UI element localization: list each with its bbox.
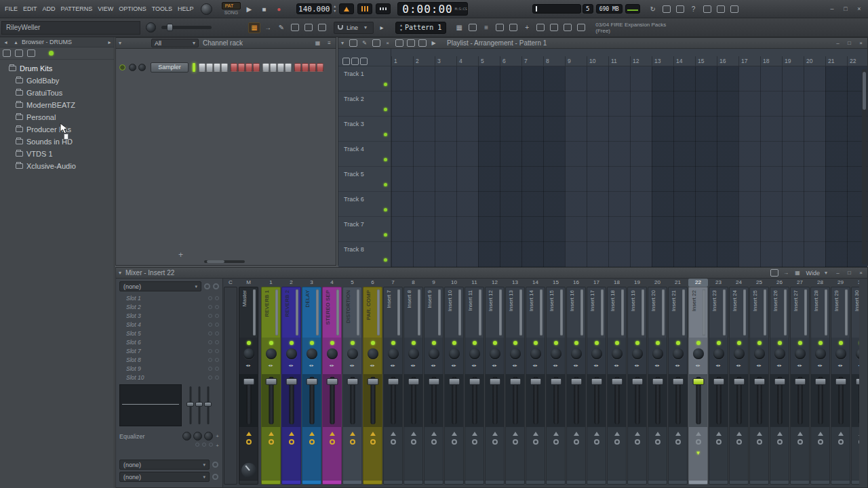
slot-mix-ring[interactable]	[213, 283, 219, 289]
playlist-track-header[interactable]: Track 1	[338, 66, 391, 92]
volume-fader[interactable]	[282, 374, 300, 427]
route-to-master-arrow[interactable]	[675, 432, 681, 436]
mixer-track-strip[interactable]: 15 Insert 15 ◂▸ ▼	[546, 279, 566, 485]
mixer-track-strip[interactable]: M Master ◂▸ ▼	[239, 279, 258, 485]
browser-item[interactable]: Xclusive-Audio	[0, 160, 114, 172]
mixer-track-strip[interactable]: 19 Insert 19 ◂▸ ▼	[627, 279, 647, 485]
track-led[interactable]	[384, 233, 387, 237]
mixer-detach-icon[interactable]	[769, 268, 779, 277]
fx-enable-ring[interactable]	[716, 439, 722, 445]
pan-knob[interactable]	[856, 348, 860, 359]
mixer-track-number[interactable]: 30	[851, 279, 859, 287]
fx-enable-ring[interactable]	[370, 439, 376, 445]
pattern-position-display[interactable]: 5	[583, 4, 593, 14]
mixer-track-number[interactable]: 11	[465, 279, 484, 287]
fader-handle[interactable]	[530, 378, 541, 385]
mixer-track-number[interactable]: 29	[831, 279, 850, 287]
fx-enable-ring[interactable]	[838, 439, 844, 445]
fader-handle[interactable]	[347, 378, 358, 385]
mixer-track-strip[interactable]: 22 Insert 22 ◂▸ ▼	[688, 279, 708, 485]
pan-knob[interactable]	[327, 348, 338, 359]
volume-fader[interactable]	[445, 374, 463, 427]
stereo-separation-arrows[interactable]: ◂▸	[471, 363, 477, 367]
playlist-header[interactable]: ▾ ✎×▶ Playlist - Arrangement - Pattern 1…	[338, 38, 867, 49]
mixer-track-strip[interactable]: 27 Insert 27 ◂▸ ▼	[790, 279, 810, 485]
loop-record-button[interactable]	[376, 3, 391, 14]
pan-knob[interactable]	[469, 348, 480, 359]
fader-handle[interactable]	[652, 378, 663, 385]
mixer-track-body[interactable]: Insert 28 ◂▸ ▼	[810, 287, 830, 485]
fader-handle[interactable]	[469, 378, 480, 385]
menu-add[interactable]: ADD	[40, 0, 58, 18]
fx-enable-ring[interactable]	[574, 439, 579, 445]
fx-enable-ring[interactable]	[859, 439, 860, 445]
mixer-track-name-area[interactable]: Insert 20	[648, 287, 667, 338]
volume-fader[interactable]	[567, 374, 585, 427]
volume-fader[interactable]	[506, 374, 524, 427]
playlist-track-header[interactable]: Track 7	[338, 217, 391, 242]
eq-mid-freq-knob[interactable]	[193, 432, 202, 441]
mixer-track-number[interactable]: 2	[281, 279, 301, 287]
mixer-track-strip[interactable]: 29 Insert 29 ◂▸ ▼	[831, 279, 850, 485]
fx-enable-ring[interactable]	[246, 439, 252, 445]
track-led[interactable]	[384, 158, 387, 161]
fader-handle[interactable]	[611, 378, 623, 385]
volume-fader[interactable]	[750, 374, 768, 427]
route-to-master-arrow[interactable]	[838, 432, 844, 436]
output-enable-ring[interactable]	[212, 474, 218, 480]
fx-enable-ring[interactable]	[350, 439, 355, 445]
route-to-master-arrow[interactable]	[859, 432, 860, 436]
mixer-track-body[interactable]: PAR. COMP ◂▸ ▼	[363, 287, 382, 485]
stereo-separation-arrows[interactable]: ◂▸	[756, 363, 762, 367]
mute-led[interactable]	[351, 341, 355, 345]
mute-led[interactable]	[859, 341, 860, 345]
mixer-track-name-area[interactable]: REVERB 1	[262, 287, 280, 338]
mixer-track-body[interactable]: REVERB 1 ◂▸ ▼	[261, 287, 281, 485]
mixer-track-name-area[interactable]: Insert 19	[628, 287, 646, 338]
typing-keyboard-icon[interactable]	[660, 3, 673, 14]
fader-handle[interactable]	[550, 378, 561, 385]
slot-mix-dot[interactable]	[208, 305, 212, 309]
mixer-track-name-area[interactable]: Insert 10	[445, 287, 463, 338]
volume-fader[interactable]	[302, 374, 321, 427]
pl-paint-icon[interactable]	[371, 39, 381, 47]
slot-enable-ring[interactable]	[204, 283, 210, 289]
track-led[interactable]	[384, 83, 387, 86]
slot-mix-dot[interactable]	[208, 331, 212, 336]
pan-knob[interactable]	[490, 348, 500, 359]
mixer-effect-slot[interactable]: Slot 8	[119, 355, 219, 364]
mute-led[interactable]	[757, 341, 762, 345]
mixer-track-name-area[interactable]: Insert 21	[669, 287, 687, 338]
mixer-track-number[interactable]: 21	[668, 279, 688, 287]
mixer-track-strip[interactable]: 13 Insert 13 ◂▸ ▼	[505, 279, 525, 485]
browser-item[interactable]: Producer Kits	[0, 123, 114, 136]
mixer-track-body[interactable]: Insert 26 ◂▸ ▼	[770, 287, 789, 485]
mute-led[interactable]	[778, 341, 782, 345]
slot-mix-dot[interactable]	[208, 314, 212, 318]
mixer-track-number[interactable]: 15	[546, 279, 566, 287]
mixer-track-name-area[interactable]: Insert 16	[567, 287, 585, 338]
eq-low-freq-knob[interactable]	[182, 432, 191, 441]
eq-high-slider[interactable]	[203, 384, 212, 426]
fx-enable-ring[interactable]	[553, 439, 559, 445]
mute-led[interactable]	[330, 341, 334, 345]
volume-fader[interactable]	[608, 374, 626, 427]
slot-enable-dot[interactable]	[215, 296, 219, 300]
slider-handle[interactable]	[204, 402, 212, 407]
slot-enable-dot[interactable]	[215, 340, 219, 344]
mixer-effect-slot[interactable]: Slot 1	[119, 293, 219, 302]
maximize-button[interactable]: □	[840, 3, 852, 14]
draw-tool-icon[interactable]: ✎	[275, 22, 288, 33]
mixer-track-number[interactable]: 18	[607, 279, 627, 287]
mixer-track-body[interactable]: Insert 27 ◂▸ ▼	[790, 287, 810, 485]
mixer-track-number[interactable]: 25	[749, 279, 769, 287]
pan-knob[interactable]	[449, 348, 460, 359]
playlist-ruler[interactable]: 12345678910111213141516171819202122	[391, 49, 867, 66]
stereo-separation-arrows[interactable]: ◂▸	[390, 363, 395, 367]
browser-item[interactable]: Sounds in HD	[0, 136, 114, 148]
stereo-separation-arrows[interactable]: ◂▸	[451, 363, 456, 367]
pan-knob[interactable]	[693, 348, 704, 359]
stereo-separation-arrows[interactable]: ◂▸	[858, 363, 859, 367]
browser-item[interactable]: GratuiTous	[0, 87, 114, 99]
mixer-track-number[interactable]: 3	[302, 279, 321, 287]
